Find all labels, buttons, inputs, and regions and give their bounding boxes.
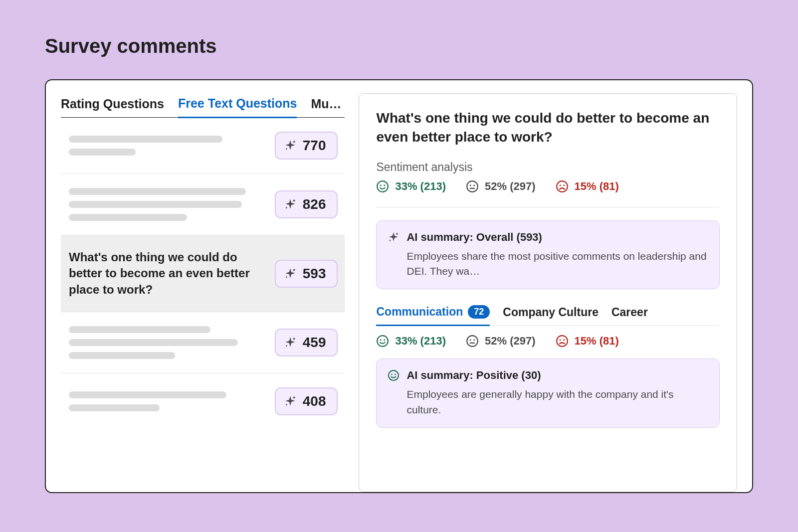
sparkle-icon (284, 336, 297, 349)
ai-summary-positive: AI summary: Positive (30) Employees are … (376, 358, 720, 428)
topic-sentiment-positive: 33% (213) (376, 335, 446, 348)
happy-face-icon (376, 335, 389, 348)
sparkle-icon (284, 267, 297, 280)
page-title: Survey comments (45, 35, 753, 57)
response-count: 770 (303, 138, 326, 154)
sad-face-icon (556, 335, 569, 348)
detail-question-title: What's one thing we could do better to b… (376, 109, 720, 147)
sentiment-row: 33% (213) 52% (297) 15% (81) (376, 180, 720, 207)
tab-rating-questions[interactable]: Rating Questions (61, 94, 164, 117)
topic-sentiment-row: 33% (213) 52% (297) 15% (81) (376, 335, 720, 348)
response-count-pill: 770 (275, 132, 338, 160)
happy-face-icon (376, 180, 389, 193)
ai-summary-overall: AI summary: Overall (593) Employees shar… (376, 220, 720, 290)
detail-panel: What's one thing we could do better to b… (359, 93, 737, 492)
question-row[interactable]: 459 (61, 312, 345, 373)
response-count: 826 (303, 196, 326, 212)
topic-tab-label: Communication (376, 305, 463, 319)
survey-card: Rating Questions Free Text Questions Mul… (45, 79, 753, 493)
tab-free-text-questions[interactable]: Free Text Questions (178, 93, 297, 118)
question-title: What's one thing we could do better to b… (69, 249, 266, 298)
sentiment-positive-value: 33% (213) (395, 180, 446, 193)
ai-summary-positive-body: Employees are generally happy with the c… (388, 387, 708, 417)
topic-tabs: Communication 72 Company Culture Career (376, 302, 720, 326)
ai-summary-positive-heading: AI summary: Positive (30) (406, 369, 541, 382)
question-list: 770 826 (61, 118, 345, 429)
topic-sentiment-negative-value: 15% (81) (575, 335, 619, 348)
topic-tab-communication[interactable]: Communication 72 (376, 302, 490, 326)
response-count: 593 (303, 266, 326, 282)
topic-count-badge: 72 (468, 305, 490, 319)
response-count: 459 (303, 335, 326, 351)
question-row[interactable]: 770 (61, 118, 345, 174)
response-count: 408 (303, 393, 326, 409)
sparkle-icon (284, 198, 297, 211)
skeleton-line (69, 136, 222, 143)
ai-summary-overall-heading: AI summary: Overall (593) (406, 231, 542, 244)
skeleton-line (69, 188, 246, 195)
ai-summary-overall-body: Employees share the most positive commen… (388, 249, 708, 279)
question-row[interactable]: 826 (61, 174, 345, 235)
skeleton-line (69, 404, 160, 411)
sparkle-icon (284, 395, 297, 408)
question-type-tabs: Rating Questions Free Text Questions Mul… (61, 93, 345, 118)
skeleton-line (69, 326, 210, 333)
tab-multi[interactable]: Mult… (311, 94, 345, 117)
response-count-pill: 459 (275, 329, 338, 356)
sentiment-negative: 15% (81) (556, 180, 619, 193)
topic-tab-career[interactable]: Career (611, 303, 648, 325)
skeleton-line (69, 214, 187, 221)
sentiment-negative-value: 15% (81) (575, 180, 619, 193)
topic-tab-label: Company Culture (503, 306, 598, 319)
sad-face-icon (556, 180, 569, 193)
skeleton-line (69, 201, 242, 208)
question-panel: Rating Questions Free Text Questions Mul… (61, 93, 345, 492)
skeleton-line (69, 339, 238, 346)
skeleton-line (69, 149, 136, 156)
topic-tab-culture[interactable]: Company Culture (503, 303, 598, 325)
neutral-face-icon (466, 180, 479, 193)
sparkle-icon (284, 139, 297, 152)
question-row-selected[interactable]: What's one thing we could do better to b… (61, 235, 345, 312)
response-count-pill: 593 (275, 260, 338, 288)
sentiment-positive: 33% (213) (376, 180, 446, 193)
sparkle-icon (388, 231, 399, 243)
topic-sentiment-positive-value: 33% (213) (395, 335, 446, 348)
skeleton-line (69, 352, 175, 359)
topic-sentiment-neutral: 52% (297) (466, 335, 536, 348)
question-row[interactable]: 408 (61, 373, 345, 429)
topic-tab-label: Career (611, 306, 648, 319)
topic-sentiment-neutral-value: 52% (297) (485, 335, 536, 348)
sentiment-label: Sentiment analysis (376, 161, 720, 174)
response-count-pill: 408 (275, 387, 338, 415)
topic-sentiment-negative: 15% (81) (556, 335, 619, 348)
neutral-face-icon (466, 335, 479, 348)
happy-face-icon (388, 369, 399, 381)
response-count-pill: 826 (275, 190, 338, 218)
sentiment-neutral: 52% (297) (466, 180, 536, 193)
skeleton-line (69, 391, 226, 398)
sentiment-neutral-value: 52% (297) (485, 180, 536, 193)
